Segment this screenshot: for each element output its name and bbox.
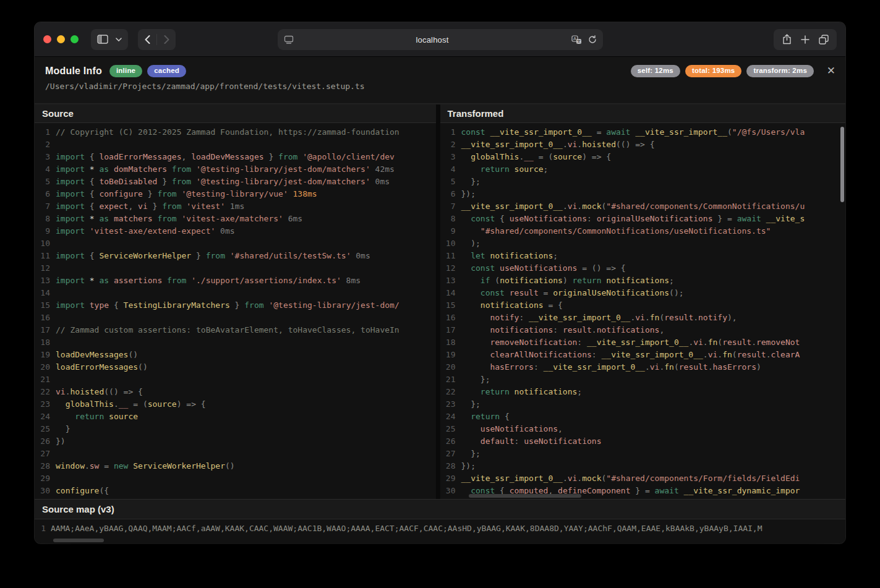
code-line: 6});	[440, 188, 846, 200]
code-line: 17// Zammad custom assertions: toBeAvata…	[35, 324, 436, 336]
sidebar-toggle-button[interactable]	[93, 29, 112, 50]
browser-window: localhost A 文	[35, 22, 845, 543]
tab-overview-button[interactable]	[814, 29, 833, 50]
code-line: 1// Copyright (C) 2012-2025 Zammad Found…	[35, 126, 436, 138]
code-line: 7import { expect, vi } from 'vitest' 1ms	[35, 200, 436, 213]
address-bar[interactable]: localhost A 文	[278, 29, 603, 50]
code-line: 19loadDevMessages()	[35, 349, 436, 361]
source-map-title: Source map (v3)	[35, 500, 845, 519]
timing-badge: transform: 2ms	[746, 65, 814, 77]
code-line: 21	[35, 373, 436, 386]
code-line: 27	[35, 448, 436, 460]
source-map-mappings: AAMA;AAeA,yBAAG,QAAQ,MAAM;AACf,aAAW,KAAK…	[51, 522, 763, 543]
code-line: 15import type { TestingLibraryMatchers }…	[35, 299, 436, 312]
code-line: 14 const result = originalUseNotificatio…	[440, 287, 846, 299]
share-icon	[782, 34, 792, 45]
code-line: 10 );	[440, 237, 846, 250]
sidebar-toggle-group	[91, 29, 128, 50]
source-map-section: Source map (v3) 1 AAMA;AAeA,yBAAG,QAAQ,M…	[35, 499, 845, 543]
toolbar-right-group	[774, 29, 837, 50]
code-line: 21 };	[440, 373, 846, 386]
code-line: 13import * as assertions from './support…	[35, 275, 436, 287]
tabs-icon	[819, 35, 829, 45]
chevron-right-icon	[164, 35, 169, 44]
nav-button-group	[138, 29, 176, 50]
code-line: 15 notifications = {	[440, 299, 846, 312]
code-line: 16	[35, 312, 436, 324]
code-panels: Source 1// Copyright (C) 2012-2025 Zamma…	[35, 104, 845, 499]
code-line: 28});	[440, 460, 846, 472]
code-line: 19 clearAllNotifications: __vite_ssr_imp…	[440, 349, 846, 361]
code-line: 14	[35, 287, 436, 299]
code-line: 3import { loadErrorMessages, loadDevMess…	[35, 151, 436, 163]
traffic-lights	[43, 35, 79, 43]
code-line: 1const __vite_ssr_import_0__ = await __v…	[440, 126, 846, 138]
code-line: 24 return {	[440, 411, 846, 423]
code-line: 4 return source;	[440, 163, 846, 176]
browser-titlebar: localhost A 文	[35, 22, 845, 57]
code-line: 11import { ServiceWorkerHelper } from '#…	[35, 250, 436, 262]
code-line: 6import { configure } from '@testing-lib…	[35, 188, 436, 200]
code-line: 18	[35, 336, 436, 349]
code-line: 29	[35, 472, 436, 485]
code-line: 9 "#shared/components/CommonNotification…	[440, 225, 846, 237]
code-line: 2	[35, 138, 436, 151]
code-line: 3 globalThis.__ = (source) => {	[440, 151, 846, 163]
source-panel: Source 1// Copyright (C) 2012-2025 Zamma…	[35, 104, 440, 499]
code-line: 17 notifications: result.notifications,	[440, 324, 846, 336]
timing-badges: self: 12mstotal: 193mstransform: 2ms	[631, 65, 814, 77]
code-line: 11 let notifications;	[440, 250, 846, 262]
reload-button[interactable]	[588, 35, 597, 44]
plus-icon	[801, 35, 810, 44]
horizontal-scrollbar[interactable]	[469, 494, 581, 498]
module-info-header: Module Info inlinecached self: 12mstotal…	[35, 57, 845, 104]
code-line: 8 const { useNotifications: originalUseN…	[440, 213, 846, 225]
code-line: 7__vite_ssr_import_0__.vi.mock("#shared/…	[440, 200, 846, 213]
zoom-window-button[interactable]	[70, 35, 79, 43]
sidebar-icon	[97, 35, 108, 44]
code-line: 28window.sw = new ServiceWorkerHelper()	[35, 460, 436, 472]
forward-button[interactable]	[157, 29, 176, 50]
chevron-down-icon	[116, 38, 122, 41]
status-badge: cached	[147, 65, 186, 77]
code-line: 12 const useNotifications = () => {	[440, 262, 846, 275]
chevron-left-icon	[145, 35, 150, 44]
code-line: 24 return source	[35, 411, 436, 423]
transformed-panel: Transformed 1const __vite_ssr_import_0__…	[440, 104, 846, 499]
timing-badge: self: 12ms	[631, 65, 680, 77]
code-line: 22 return notifications;	[440, 386, 846, 398]
code-line: 27 };	[440, 448, 846, 460]
close-icon[interactable]: ✕	[827, 66, 835, 76]
source-map-scrollbar[interactable]	[53, 539, 104, 542]
source-map-body: 1 AAMA;AAeA,yBAAG,QAAQ,MAAM;AACf,aAAW,KA…	[35, 519, 845, 543]
svg-text:文: 文	[576, 39, 581, 43]
module-badges: inlinecached	[109, 65, 186, 77]
timing-badge: total: 193ms	[685, 65, 742, 77]
share-button[interactable]	[777, 29, 796, 50]
close-window-button[interactable]	[43, 35, 51, 43]
code-line: 5import { toBeDisabled } from '@testing-…	[35, 176, 436, 188]
new-tab-button[interactable]	[796, 29, 814, 50]
code-line: 8import * as matchers from 'vitest-axe/m…	[35, 213, 436, 225]
code-line: 25 }	[35, 423, 436, 435]
minimize-window-button[interactable]	[57, 35, 65, 43]
back-button[interactable]	[138, 29, 156, 50]
code-line: 13 if (notifications) return notificatio…	[440, 275, 846, 287]
svg-text:A: A	[573, 36, 576, 41]
transformed-code: 1const __vite_ssr_import_0__ = await __v…	[440, 123, 846, 499]
sidebar-menu-button[interactable]	[112, 29, 126, 50]
translate-button[interactable]: A 文	[571, 35, 582, 45]
code-line: 20loadErrorMessages()	[35, 361, 436, 373]
code-line: 16 notify: __vite_ssr_import_0__.vi.fn(r…	[440, 312, 846, 324]
status-badge: inline	[109, 65, 142, 77]
source-panel-title: Source	[35, 104, 436, 123]
vertical-scrollbar[interactable]	[840, 127, 844, 202]
code-line: 12	[35, 262, 436, 275]
page-icon	[284, 35, 294, 44]
code-line: 5 };	[440, 176, 846, 188]
code-line: 9import 'vitest-axe/extend-expect' 0ms	[35, 225, 436, 237]
code-line: 4import * as domMatchers from '@testing-…	[35, 163, 436, 176]
source-code: 1// Copyright (C) 2012-2025 Zammad Found…	[35, 123, 436, 499]
page-title: Module Info	[45, 66, 102, 77]
code-line: 18 removeNotification: __vite_ssr_import…	[440, 336, 846, 349]
